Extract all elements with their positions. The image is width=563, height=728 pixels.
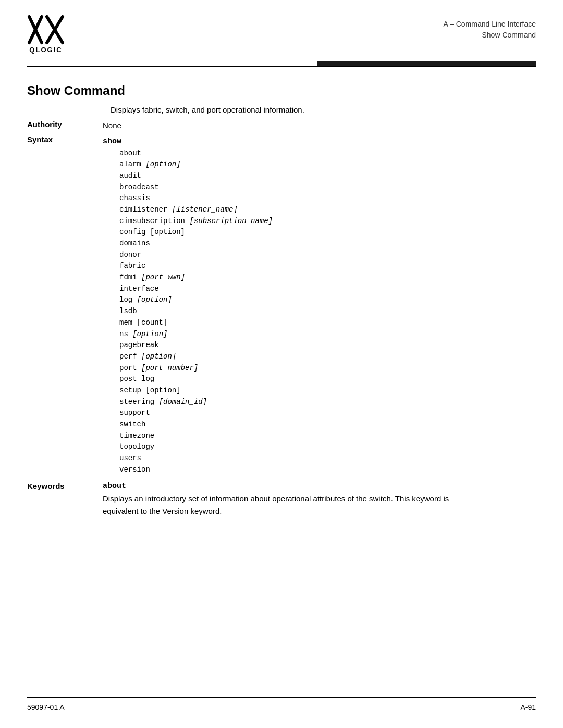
footer-left: 59097-01 A [27, 703, 65, 711]
keywords-list: aboutDisplays an introductory set of inf… [103, 482, 457, 517]
authority-value: None [103, 119, 121, 131]
keywords-section: Keywords aboutDisplays an introductory s… [27, 482, 536, 517]
page-header: QLOGIC A – Command Line Interface Show C… [0, 0, 563, 54]
syntax-item: about [119, 148, 273, 159]
syntax-item: config [option] [119, 227, 273, 238]
syntax-item: alarm [option] [119, 159, 273, 170]
syntax-item: steering [domain_id] [119, 397, 273, 408]
keywords-label: Keywords [27, 482, 103, 490]
qlogic-logo-icon [27, 15, 65, 45]
syntax-item: users [119, 453, 273, 464]
syntax-item: audit [119, 170, 273, 182]
header-bar [27, 61, 536, 66]
authority-label: Authority [27, 119, 103, 129]
syntax-item: log [option] [119, 294, 273, 306]
syntax-item: cimsubscription [subscription_name] [119, 216, 273, 227]
syntax-item: setup [option] [119, 385, 273, 397]
syntax-item: pagebreak [119, 340, 273, 351]
syntax-item: support [119, 408, 273, 419]
syntax-items: aboutalarm [option]auditbroadcastchassis… [103, 148, 273, 476]
header-chapter: A – Command Line Interface [444, 19, 536, 30]
logo: QLOGIC [27, 15, 65, 54]
header-section: Show Command [444, 30, 536, 41]
syntax-item: fdmi [port_wwn] [119, 272, 273, 283]
syntax-item: chassis [119, 193, 273, 204]
syntax-item: port [port_number] [119, 363, 273, 374]
syntax-command: show [103, 137, 121, 146]
syntax-item: timezone [119, 430, 273, 442]
page-footer: 59097-01 A A-91 [27, 697, 536, 711]
syntax-item: donor [119, 250, 273, 261]
syntax-item: broadcast [119, 182, 273, 193]
syntax-item: post log [119, 374, 273, 385]
syntax-item: ns [option] [119, 329, 273, 340]
syntax-item: switch [119, 419, 273, 430]
syntax-item: perf [option] [119, 351, 273, 363]
syntax-item: domains [119, 238, 273, 250]
main-content: Show Command Displays fabric, switch, an… [0, 67, 563, 548]
syntax-item: interface [119, 283, 273, 295]
header-chapter-info: A – Command Line Interface Show Command [444, 15, 536, 41]
authority-section: Authority None [27, 119, 536, 131]
syntax-section: Syntax show aboutalarm [option]auditbroa… [27, 134, 536, 475]
logo-text: QLOGIC [29, 46, 62, 54]
footer-right: A-91 [520, 703, 536, 711]
keyword-name: about [103, 482, 457, 490]
header-bar-block [317, 61, 536, 66]
keywords-content: aboutDisplays an introductory set of inf… [103, 482, 457, 517]
syntax-label: Syntax [27, 134, 103, 144]
keyword-description: Displays an introductory set of informat… [103, 492, 457, 517]
syntax-item: version [119, 464, 273, 476]
syntax-content: show aboutalarm [option]auditbroadcastch… [103, 134, 273, 475]
description: Displays fabric, switch, and port operat… [111, 105, 536, 114]
syntax-item: cimlistener [listener_name] [119, 204, 273, 216]
syntax-item: mem [count] [119, 317, 273, 329]
syntax-item: topology [119, 441, 273, 453]
page-title: Show Command [27, 83, 536, 98]
syntax-item: fabric [119, 261, 273, 272]
syntax-item: lsdb [119, 306, 273, 317]
